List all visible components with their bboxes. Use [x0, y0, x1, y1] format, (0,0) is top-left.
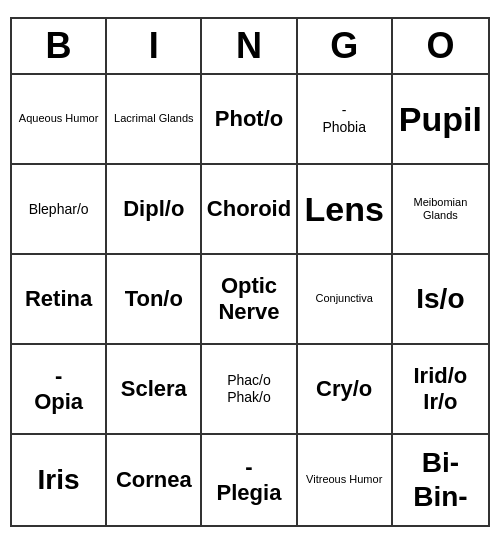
bingo-card: BINGO Aqueous HumorLacrimal GlandsPhot/o…	[10, 17, 490, 527]
header-letter-n: N	[202, 19, 297, 73]
cell-r2-c4: Lens	[298, 165, 393, 255]
cell-r4-c1: -Opia	[12, 345, 107, 435]
header-letter-i: I	[107, 19, 202, 73]
cell-r5-c2: Cornea	[107, 435, 202, 525]
cell-r1-c2: Lacrimal Glands	[107, 75, 202, 165]
cell-r2-c2: Dipl/o	[107, 165, 202, 255]
cell-r3-c2: Ton/o	[107, 255, 202, 345]
cell-r4-c4: Cry/o	[298, 345, 393, 435]
header-letter-b: B	[12, 19, 107, 73]
cell-r1-c3: Phot/o	[202, 75, 297, 165]
header-letter-o: O	[393, 19, 488, 73]
bingo-header: BINGO	[12, 19, 488, 75]
cell-r5-c3: -Plegia	[202, 435, 297, 525]
cell-r2-c1: Blephar/o	[12, 165, 107, 255]
bingo-grid: Aqueous HumorLacrimal GlandsPhot/o-Phobi…	[12, 75, 488, 525]
cell-r4-c2: Sclera	[107, 345, 202, 435]
cell-r1-c5: Pupil	[393, 75, 488, 165]
cell-r3-c4: Conjunctiva	[298, 255, 393, 345]
cell-r5-c4: Vitreous Humor	[298, 435, 393, 525]
cell-r2-c5: Meibomian Glands	[393, 165, 488, 255]
cell-r4-c5: Irid/oIr/o	[393, 345, 488, 435]
cell-r3-c3: Optic Nerve	[202, 255, 297, 345]
cell-r4-c3: Phac/oPhak/o	[202, 345, 297, 435]
cell-r1-c4: -Phobia	[298, 75, 393, 165]
cell-r1-c1: Aqueous Humor	[12, 75, 107, 165]
cell-r5-c1: Iris	[12, 435, 107, 525]
cell-r3-c1: Retina	[12, 255, 107, 345]
cell-r3-c5: Is/o	[393, 255, 488, 345]
cell-r2-c3: Choroid	[202, 165, 297, 255]
header-letter-g: G	[298, 19, 393, 73]
cell-r5-c5: Bi-Bin-	[393, 435, 488, 525]
